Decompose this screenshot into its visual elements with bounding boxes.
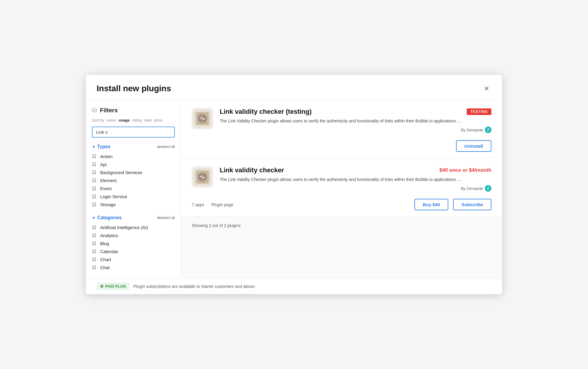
modal-header: Install new plugins × bbox=[86, 75, 502, 100]
sort-usage[interactable]: usage bbox=[119, 118, 130, 122]
checkbox-icon: ☑ bbox=[92, 241, 97, 246]
checkbox-icon: ☑ bbox=[92, 194, 97, 199]
types-section-header: ▼ Types deselect all bbox=[92, 144, 175, 149]
showing-count: Showing 2 out of 2 plugins bbox=[181, 217, 502, 234]
categories-section-title[interactable]: ▼ Categories bbox=[92, 215, 122, 220]
plugin-icon-1 bbox=[192, 108, 213, 129]
list-item[interactable]: ☑Api bbox=[92, 160, 175, 168]
list-item[interactable]: ☑Chat bbox=[92, 264, 175, 272]
plugin-page-link[interactable]: Plugin page bbox=[211, 202, 233, 207]
plugin-icon-2 bbox=[192, 166, 213, 188]
list-item[interactable]: ☑Artificial Intelligence (AI) bbox=[92, 223, 175, 231]
checkbox-icon: ☑ bbox=[92, 257, 97, 262]
close-button[interactable]: × bbox=[482, 83, 491, 94]
categories-deselect-all[interactable]: deselect all bbox=[157, 216, 175, 220]
uninstall-button[interactable]: Uninstall bbox=[456, 140, 491, 152]
list-item[interactable]: ☑Calendar bbox=[92, 247, 175, 256]
modal-title: Install new plugins bbox=[97, 84, 171, 93]
plugin-actions-1: Uninstall bbox=[192, 136, 491, 152]
sort-price[interactable]: price bbox=[154, 118, 162, 122]
leaf-icon: ✿ bbox=[100, 284, 103, 288]
install-plugins-modal: Install new plugins × ⛁ Filters Sort by … bbox=[86, 75, 502, 294]
sidebar: ⛁ Filters Sort by name usage rating date… bbox=[86, 100, 181, 278]
plugin-desc-1: The Link Validity Checker plugin allows … bbox=[220, 118, 491, 124]
main-content: Link validity checker (testing) TESTING … bbox=[181, 100, 502, 278]
subscribe-button[interactable]: Subscribe bbox=[453, 199, 491, 210]
list-item[interactable]: ☑Login Service bbox=[92, 193, 175, 201]
apps-count: 7 apps bbox=[192, 202, 204, 207]
checkbox-icon: ☑ bbox=[92, 178, 97, 183]
list-item[interactable]: ☑Element bbox=[92, 176, 175, 184]
types-chevron-icon: ▼ bbox=[92, 145, 96, 149]
types-section-title[interactable]: ▼ Types bbox=[92, 144, 111, 149]
plugin-top-2: Link validity checker $40 once or $4/mon… bbox=[192, 166, 491, 192]
filter-label: Filters bbox=[100, 107, 118, 114]
categories-chevron-icon: ▼ bbox=[92, 216, 96, 220]
plugin-name-row-2: Link validity checker $40 once or $4/mon… bbox=[220, 166, 491, 174]
plugin-top-1: Link validity checker (testing) TESTING … bbox=[192, 108, 491, 133]
plugin-actions-row-2: 7 apps Plugin page Buy $40 Subscribe bbox=[192, 195, 491, 210]
modal-footer: ✿ PAID PLAN Plugin subscriptions are ava… bbox=[86, 278, 502, 294]
checkbox-icon: ☑ bbox=[92, 170, 97, 175]
search-input[interactable] bbox=[92, 127, 175, 138]
plugin-testing-badge: TESTING bbox=[467, 108, 491, 115]
categories-list: ☑Artificial Intelligence (AI) ☑Analytics… bbox=[92, 223, 175, 272]
plugin-meta-2: 7 apps Plugin page bbox=[192, 202, 233, 207]
modal-body: ⛁ Filters Sort by name usage rating date… bbox=[86, 100, 502, 278]
checkbox-icon: ☑ bbox=[92, 154, 97, 159]
plugin-name-2: Link validity checker bbox=[220, 166, 284, 174]
zeroqode-badge-1: Z bbox=[485, 127, 491, 133]
checkbox-icon: ☑ bbox=[92, 233, 97, 238]
plugin-card-1: Link validity checker (testing) TESTING … bbox=[181, 100, 502, 158]
paid-plan-badge: ✿ PAID PLAN bbox=[97, 283, 129, 290]
sort-rating[interactable]: rating bbox=[132, 118, 142, 122]
list-item[interactable]: ☑Background Services bbox=[92, 168, 175, 176]
types-list: ☑Action ☑Api ☑Background Services ☑Eleme… bbox=[92, 152, 175, 209]
plugin-by-1: By Zeroqode Z bbox=[220, 127, 491, 133]
checkbox-icon: ☑ bbox=[92, 249, 97, 254]
plugin-price-badge: $40 once or $4/month bbox=[439, 167, 491, 173]
checkbox-icon: ☑ bbox=[92, 202, 97, 207]
sort-by-label: Sort by bbox=[92, 118, 104, 122]
list-item[interactable]: ☑Analytics bbox=[92, 231, 175, 239]
list-item[interactable]: ☑Action bbox=[92, 152, 175, 160]
plugin-buy-actions: Buy $40 Subscribe bbox=[414, 199, 491, 210]
filter-header: ⛁ Filters bbox=[92, 107, 175, 114]
categories-section-header: ▼ Categories deselect all bbox=[92, 215, 175, 220]
checkbox-icon: ☑ bbox=[92, 265, 97, 270]
sort-date[interactable]: date bbox=[144, 118, 152, 122]
plugin-info-1: Link validity checker (testing) TESTING … bbox=[220, 108, 491, 133]
plugin-name-row-1: Link validity checker (testing) TESTING bbox=[220, 108, 491, 116]
zeroqode-badge-2: Z bbox=[485, 185, 491, 192]
sort-name[interactable]: name bbox=[106, 118, 116, 122]
checkbox-icon: ☑ bbox=[92, 162, 97, 167]
filter-icon: ⛁ bbox=[92, 107, 97, 114]
list-item[interactable]: ☑Event bbox=[92, 184, 175, 193]
buy-button[interactable]: Buy $40 bbox=[414, 199, 448, 210]
list-item[interactable]: ☑Blog bbox=[92, 239, 175, 247]
sort-row: Sort by name usage rating date price bbox=[92, 118, 175, 122]
plugin-desc-2: The Link Validity Checker plugin allows … bbox=[220, 176, 491, 183]
types-deselect-all[interactable]: deselect all bbox=[157, 145, 175, 149]
plugin-card-2: Link validity checker $40 once or $4/mon… bbox=[181, 158, 502, 217]
plugin-info-2: Link validity checker $40 once or $4/mon… bbox=[220, 166, 491, 192]
footer-text: Plugin subscriptions are available to St… bbox=[133, 284, 256, 289]
list-item[interactable]: ☑Chart bbox=[92, 256, 175, 264]
plugin-by-2: By Zeroqode Z bbox=[220, 185, 491, 192]
checkbox-icon: ☑ bbox=[92, 186, 97, 191]
plugin-name-1: Link validity checker (testing) bbox=[220, 108, 312, 116]
checkbox-icon: ☑ bbox=[92, 225, 97, 230]
list-item[interactable]: ☑Storage bbox=[92, 201, 175, 209]
